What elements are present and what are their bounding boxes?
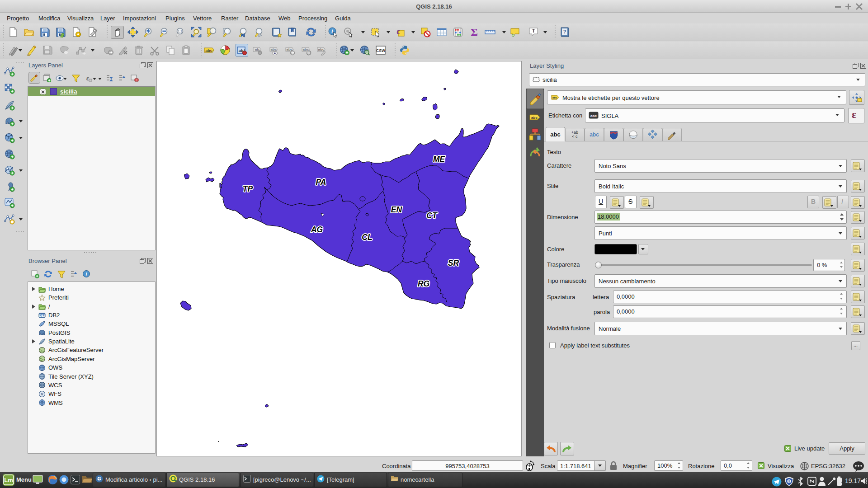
svg-text:T: T	[532, 28, 535, 33]
svg-text:Lm: Lm	[4, 477, 13, 483]
svg-text:abc: abc	[531, 116, 538, 120]
svg-text:abc: abc	[303, 47, 309, 52]
svg-text:abc: abc	[590, 114, 597, 118]
svg-text:AG: AG	[311, 225, 323, 234]
svg-text:CL: CL	[362, 233, 372, 242]
svg-text:SR: SR	[448, 258, 459, 267]
svg-text:CT: CT	[426, 211, 438, 220]
svg-text:DB2: DB2	[39, 314, 45, 317]
svg-text:abc: abc	[552, 96, 557, 99]
svg-text:ME: ME	[433, 155, 446, 164]
svg-text:RG: RG	[418, 279, 430, 288]
svg-text:abc: abc	[550, 131, 560, 138]
svg-text:abc: abc	[318, 47, 325, 52]
svg-text:abc: abc	[205, 48, 212, 53]
svg-text:TP: TP	[243, 184, 253, 193]
svg-text:abc: abc	[590, 131, 599, 138]
svg-text:ε: ε	[396, 27, 400, 36]
svg-text:CSW: CSW	[376, 48, 386, 53]
svg-text:Σ: Σ	[471, 27, 478, 38]
svg-text:< c: < c	[572, 134, 578, 139]
svg-text:?: ?	[563, 29, 566, 34]
svg-text:1:1: 1:1	[178, 30, 182, 33]
svg-text:abc: abc	[271, 47, 277, 52]
svg-text:V: V	[41, 392, 43, 396]
svg-text:ab: ab	[255, 47, 259, 52]
svg-text:PA: PA	[316, 178, 326, 187]
svg-text:EN: EN	[391, 205, 402, 214]
